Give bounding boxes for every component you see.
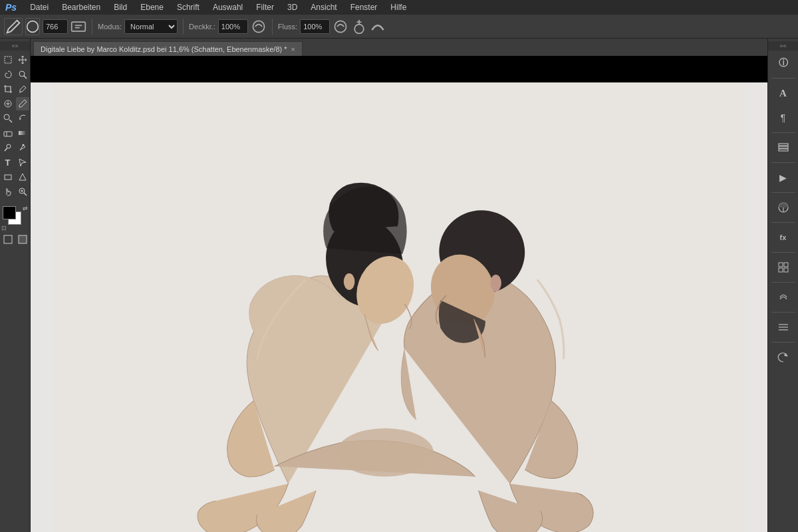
foreground-color-swatch[interactable] xyxy=(3,206,16,219)
tool-row-2 xyxy=(1,68,29,81)
color-swatch-area: ⇄ ⊡ xyxy=(1,205,29,231)
couple-artwork xyxy=(31,82,767,532)
fx-panel-button[interactable]: fx xyxy=(771,225,795,249)
arrange-button[interactable] xyxy=(771,315,795,339)
text-tool[interactable]: T xyxy=(1,156,15,169)
menu-auswahl[interactable]: Auswahl xyxy=(207,1,248,13)
shape-tool[interactable] xyxy=(1,170,15,184)
svg-point-4 xyxy=(253,21,264,32)
zoom-tool[interactable] xyxy=(16,185,29,198)
rp-sep-1 xyxy=(771,78,795,78)
svg-rect-31 xyxy=(4,235,12,243)
path-select-tool[interactable] xyxy=(16,156,29,169)
canvas-wrapper[interactable] xyxy=(31,56,767,532)
main-area: «» xyxy=(0,39,798,532)
separator-3 xyxy=(272,19,273,35)
brush-settings-icon[interactable] xyxy=(70,19,86,35)
character-panel-button[interactable]: A xyxy=(771,81,795,105)
tool-row-10 xyxy=(1,185,29,198)
pen-tool[interactable] xyxy=(16,141,29,154)
tool-row-3 xyxy=(1,82,29,96)
quick-mask-off[interactable] xyxy=(1,233,15,246)
right-panel-collapse[interactable]: »« xyxy=(768,41,798,51)
opacity-input[interactable] xyxy=(218,19,248,34)
toolbox-collapse[interactable]: «» xyxy=(0,41,30,51)
separator-1 xyxy=(92,19,92,35)
crop-tool[interactable] xyxy=(1,82,15,96)
rp-sep-6 xyxy=(771,252,795,253)
adjustments-panel-button[interactable] xyxy=(771,196,795,219)
brush-preset-picker[interactable] xyxy=(25,18,40,35)
toolbox: «» xyxy=(0,39,31,532)
svg-rect-46 xyxy=(784,263,788,267)
menu-hilfe[interactable]: Hilfe xyxy=(385,1,412,13)
custom-shape-tool[interactable] xyxy=(16,170,29,184)
lasso-tool[interactable] xyxy=(1,68,15,81)
history-panel-button[interactable]: ▶ xyxy=(771,166,795,190)
canvas-area: Digitale Liebe by Marco Kolditz.psd bei … xyxy=(31,39,767,532)
menu-bearbeiten[interactable]: Bearbeiten xyxy=(57,1,106,13)
info-panel-button[interactable]: ⓘ xyxy=(771,51,795,75)
svg-point-0 xyxy=(27,21,39,32)
flow-pressure-icon[interactable] xyxy=(332,19,348,35)
smoothing-icon[interactable] xyxy=(370,19,386,35)
paragraph-panel-button[interactable]: ¶ xyxy=(771,106,795,130)
airbrush-icon[interactable] xyxy=(351,19,367,35)
rp-sep-8 xyxy=(771,312,795,313)
svg-point-23 xyxy=(22,144,24,146)
clone-stamp-tool[interactable] xyxy=(1,112,15,125)
svg-line-28 xyxy=(24,193,27,196)
dodge-tool[interactable] xyxy=(1,141,15,154)
flow-label: Fluss: xyxy=(278,23,297,31)
eyedropper-tool[interactable] xyxy=(16,82,29,96)
menu-schrift[interactable]: Schrift xyxy=(172,1,205,13)
tool-row-9 xyxy=(1,170,29,184)
history-brush-tool[interactable] xyxy=(16,112,29,125)
reset-colors-icon[interactable]: ⊡ xyxy=(1,225,7,231)
tab-close-button[interactable]: × xyxy=(291,45,295,53)
opacity-pressure-icon[interactable] xyxy=(251,19,267,35)
rp-sep-5 xyxy=(771,222,795,223)
menu-datei[interactable]: Datei xyxy=(25,1,54,13)
quick-mask-on[interactable] xyxy=(16,233,29,246)
brush-size-input[interactable] xyxy=(43,19,68,34)
play-icon: ▶ xyxy=(779,172,787,183)
svg-point-16 xyxy=(4,114,9,120)
menu-filter[interactable]: Filter xyxy=(251,1,279,13)
canvas-black-area xyxy=(31,56,767,532)
right-panel: »« ⓘ A ¶ ▶ xyxy=(767,39,798,532)
options-toolbar: Modus: Normal Deckkr.: Fluss: xyxy=(0,15,798,39)
menu-ebene[interactable]: Ebene xyxy=(135,1,169,13)
menu-ansicht[interactable]: Ansicht xyxy=(305,1,342,13)
swap-colors-icon[interactable]: ⇄ xyxy=(23,205,28,211)
svg-point-21 xyxy=(7,144,11,148)
gradient-tool[interactable] xyxy=(16,126,29,140)
eraser-tool[interactable] xyxy=(1,126,15,140)
brush-tool[interactable] xyxy=(16,97,29,110)
menu-fenster[interactable]: Fenster xyxy=(345,1,383,13)
move-tool[interactable] xyxy=(16,53,29,66)
history-states-icon xyxy=(777,350,790,364)
svg-point-5 xyxy=(335,21,346,32)
svg-rect-42 xyxy=(779,146,788,148)
hand-tool[interactable] xyxy=(1,185,15,198)
menu-3d[interactable]: 3D xyxy=(282,1,303,13)
layers-panel-button[interactable] xyxy=(771,136,795,160)
flow-input[interactable] xyxy=(300,19,330,34)
history-states-button[interactable] xyxy=(771,345,795,369)
channel-mixer-button[interactable] xyxy=(771,255,795,279)
svg-point-34 xyxy=(336,428,434,477)
blend-mode-select[interactable]: Normal xyxy=(124,19,178,34)
svg-marker-25 xyxy=(19,174,26,180)
canvas-document[interactable] xyxy=(31,82,767,532)
clone-source-button[interactable] xyxy=(771,285,795,309)
svg-point-40 xyxy=(490,275,501,291)
healing-tool[interactable] xyxy=(1,97,15,110)
marquee-tool[interactable] xyxy=(1,53,15,66)
channels-icon xyxy=(777,261,790,274)
document-tab[interactable]: Digitale Liebe by Marco Kolditz.psd bei … xyxy=(33,41,303,56)
menu-bild[interactable]: Bild xyxy=(108,1,132,13)
brush-tool-icon[interactable] xyxy=(4,18,23,35)
quick-select-tool[interactable] xyxy=(16,68,29,81)
clone-source-icon xyxy=(777,291,790,304)
